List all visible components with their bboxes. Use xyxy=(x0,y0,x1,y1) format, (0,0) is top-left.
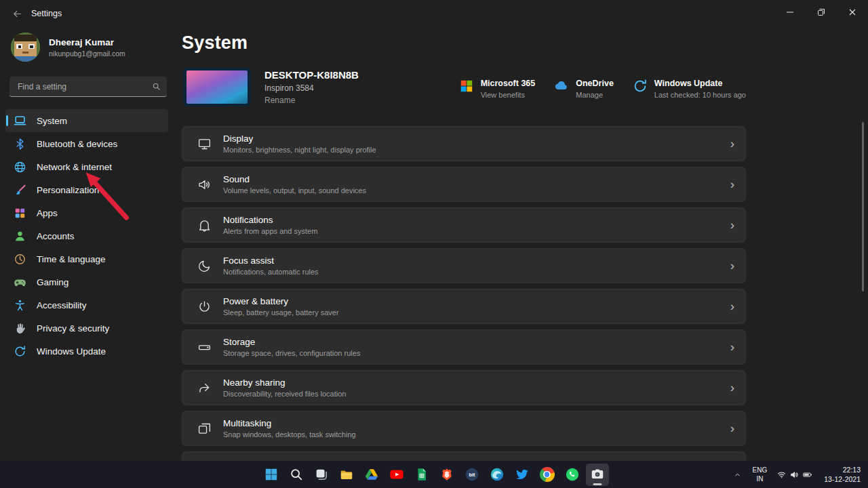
power-icon xyxy=(197,300,212,314)
camera-icon xyxy=(590,467,605,482)
quick-link-subtitle: View benefits xyxy=(481,91,536,99)
sidebar-item-accounts[interactable]: Accounts xyxy=(5,224,168,247)
chevron-right-icon: › xyxy=(730,340,734,353)
quick-link-onedrive[interactable]: OneDriveManage xyxy=(554,79,614,99)
sidebar-item-time-language[interactable]: Time & language xyxy=(5,247,168,270)
taskbar-google-sheets-button[interactable] xyxy=(410,464,433,486)
laptop-icon xyxy=(14,115,26,127)
sidebar-item-label: Accounts xyxy=(37,231,75,241)
taskbar-apps: bit xyxy=(260,464,609,486)
chevron-right-icon: › xyxy=(730,218,734,231)
taskbar-edge-button[interactable] xyxy=(486,464,509,486)
taskbar-chrome-button[interactable] xyxy=(536,464,559,486)
taskbar-twitter-button[interactable] xyxy=(511,464,534,486)
settings-row-storage[interactable]: StorageStorage space, drives, configurat… xyxy=(182,329,746,365)
taskbar: bit ENG IN 22:13 13-12-2021 xyxy=(0,461,868,488)
close-button[interactable] xyxy=(837,0,868,24)
taskbar-search-button[interactable] xyxy=(285,464,308,486)
settings-row-multitasking[interactable]: MultitaskingSnap windows, desktops, task… xyxy=(182,411,746,446)
display-icon xyxy=(197,137,212,151)
sidebar-item-label: System xyxy=(37,116,67,126)
language-indicator[interactable]: ENG IN xyxy=(750,466,770,483)
titlebar: Settings xyxy=(0,0,868,27)
moon-icon xyxy=(197,259,212,273)
taskbar-snipping-tool-button[interactable] xyxy=(586,464,609,486)
window-title: Settings xyxy=(31,9,62,18)
back-button[interactable] xyxy=(4,2,30,25)
sidebar-item-label: Network & internet xyxy=(37,162,112,172)
tray-status-icons[interactable] xyxy=(774,470,814,480)
back-arrow-icon xyxy=(12,9,22,19)
taskbar-youtube-button[interactable] xyxy=(385,464,408,486)
taskbar-file-explorer-button[interactable] xyxy=(335,464,358,486)
settings-row-subtitle: Volume levels, output, input, sound devi… xyxy=(223,186,366,195)
hand-icon xyxy=(14,322,26,335)
restore-button[interactable] xyxy=(806,0,837,24)
settings-row-notifications[interactable]: NotificationsAlerts from apps and system… xyxy=(182,207,746,243)
settings-row-title: Nearby sharing xyxy=(223,378,346,388)
sidebar-nav: SystemBluetooth & devicesNetwork & inter… xyxy=(0,108,176,363)
youtube-icon xyxy=(389,467,404,482)
chevron-right-icon: › xyxy=(730,178,734,190)
sidebar-item-network-internet[interactable]: Network & internet xyxy=(5,155,168,178)
rename-button[interactable]: Rename xyxy=(264,96,359,105)
taskbar-task-view-button[interactable] xyxy=(310,464,333,486)
settings-row-subtitle: Snap windows, desktops, task switching xyxy=(223,430,356,439)
clock-icon xyxy=(14,253,26,266)
search-box[interactable] xyxy=(9,77,167,97)
battery-icon xyxy=(802,470,812,480)
settings-row-sound[interactable]: SoundVolume levels, output, input, sound… xyxy=(182,167,746,202)
chevron-right-icon: › xyxy=(730,300,734,312)
tray-overflow-button[interactable] xyxy=(730,464,745,485)
settings-row-focus-assist[interactable]: Focus assistNotifications, automatic rul… xyxy=(182,248,746,283)
sidebar-item-gaming[interactable]: Gaming xyxy=(5,270,168,293)
window-controls xyxy=(774,0,868,24)
update-icon xyxy=(633,79,648,94)
clock[interactable]: 22:13 13-12-2021 xyxy=(819,465,865,484)
taskbar-bitly-button[interactable]: bit xyxy=(460,464,484,486)
update-icon xyxy=(14,345,26,358)
settings-row-power-battery[interactable]: Power & batterySleep, battery usage, bat… xyxy=(182,289,746,324)
search-input[interactable] xyxy=(16,81,152,92)
sidebar-item-apps[interactable]: Apps xyxy=(5,201,168,224)
sidebar-item-windows-update[interactable]: Windows Update xyxy=(5,340,168,363)
device-model: Inspiron 3584 xyxy=(264,83,359,93)
chevron-right-icon: › xyxy=(730,259,734,272)
settings-row-subtitle: Monitors, brightness, night light, displ… xyxy=(223,146,376,154)
settings-row-subtitle: Notifications, automatic rules xyxy=(223,268,319,276)
chevron-right-icon: › xyxy=(730,137,734,150)
drive-icon xyxy=(197,340,212,354)
profile-section: Dheeraj Kumar nikunpubg1@gmail.com xyxy=(0,27,176,70)
taskbar-google-drive-button[interactable] xyxy=(360,464,383,486)
settings-row-display[interactable]: DisplayMonitors, brightness, night light… xyxy=(182,126,746,161)
settings-row-title: Sound xyxy=(223,174,366,184)
scrollbar[interactable] xyxy=(862,122,864,291)
globe-icon xyxy=(14,161,26,174)
sidebar-item-bluetooth-devices[interactable]: Bluetooth & devices xyxy=(5,132,168,155)
sidebar-item-label: Apps xyxy=(37,208,58,218)
settings-row-nearby-sharing[interactable]: Nearby sharingDiscoverability, received … xyxy=(182,370,746,405)
minimize-button[interactable] xyxy=(774,0,806,24)
twitter-icon xyxy=(515,467,530,482)
speaker-icon xyxy=(197,178,212,192)
sidebar-item-system[interactable]: System xyxy=(5,109,168,132)
sidebar-item-label: Personalization xyxy=(37,185,99,195)
sidebar-item-accessibility[interactable]: Accessibility xyxy=(5,293,168,317)
folder-icon xyxy=(339,467,354,482)
sidebar-item-label: Accessibility xyxy=(37,300,87,310)
taskbar-whatsapp-button[interactable] xyxy=(561,464,584,486)
settings-row-partial[interactable] xyxy=(182,451,746,461)
taskbar-start-button[interactable] xyxy=(260,464,283,486)
sidebar-item-privacy-security[interactable]: Privacy & security xyxy=(5,317,168,340)
brave-icon xyxy=(439,467,454,482)
volume-icon xyxy=(789,470,800,480)
bell-icon xyxy=(197,218,212,232)
sidebar-item-personalization[interactable]: Personalization xyxy=(5,178,168,201)
settings-row-subtitle: Alerts from apps and system xyxy=(223,227,317,235)
taskbar-brave-button[interactable] xyxy=(435,464,458,486)
quick-link-microsoft-365[interactable]: Microsoft 365View benefits xyxy=(459,79,536,99)
quick-link-title: Microsoft 365 xyxy=(481,79,536,88)
quick-link-windows-update[interactable]: Windows UpdateLast checked: 10 hours ago xyxy=(633,79,746,99)
bluetooth-icon xyxy=(14,138,26,150)
settings-row-subtitle: Storage space, drives, configuration rul… xyxy=(223,349,360,357)
